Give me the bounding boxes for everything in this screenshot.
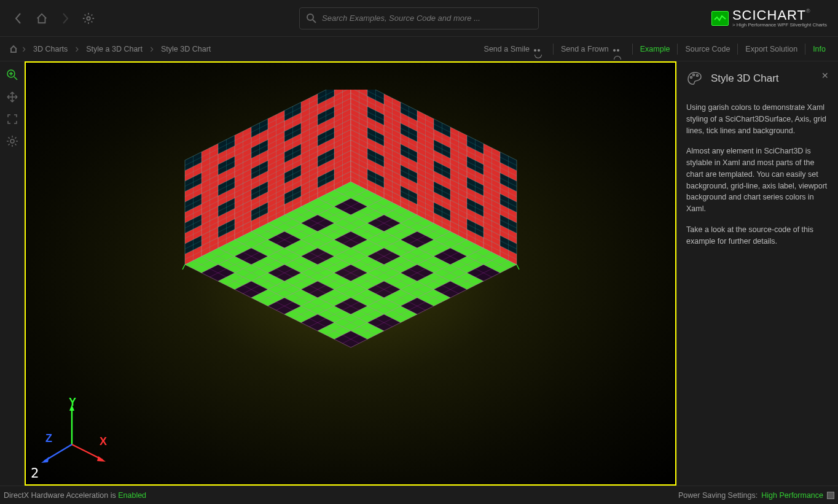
gear-icon[interactable] [82,12,95,25]
info-panel: Style 3D Chart ✕ Using garish colors to … [676,61,838,486]
svg-point-506 [693,74,695,76]
svg-point-1 [307,14,313,20]
chart-viewport[interactable]: Y X Z 2 [25,61,676,486]
gizmo-z-label: Z [45,432,52,445]
send-smile-button[interactable]: Send a Smile [479,45,550,53]
nav-icons [12,12,95,25]
home-icon[interactable] [36,12,48,25]
search-input[interactable] [322,14,532,23]
topbar: SCICHART® > High Performance WPF Silverl… [0,0,838,37]
brand-logo: SCICHART® > High Performance WPF Silverl… [711,9,827,28]
send-frown-button[interactable]: Send a Frown [556,45,630,53]
chevron-right-icon: › [22,42,26,55]
search-icon [306,13,317,24]
search-box[interactable] [299,7,539,29]
close-icon[interactable]: ✕ [821,71,829,80]
panel-p1: Using garish colors to demonstrate Xaml … [686,102,829,136]
svg-point-0 [87,17,90,20]
svg-marker-502 [97,456,106,462]
panel-p3: Take a look at the source-code of this e… [686,224,829,247]
home-small-icon[interactable] [7,43,20,55]
tab-example[interactable]: Example [635,45,675,53]
accel-state: Enabled [118,491,146,500]
tab-export-solution[interactable]: Export Solution [740,45,802,53]
logo-badge-icon [711,11,729,26]
back-icon[interactable] [12,12,25,25]
brand-name: SCICHART [732,7,806,23]
settings-tool-icon[interactable] [1,131,23,151]
forward-icon[interactable] [59,12,71,25]
fullscreen-tool-icon[interactable] [1,109,23,129]
breadcrumb-item-2[interactable]: Style 3D Chart [156,45,216,53]
svg-line-496 [182,265,185,269]
breadcrumb: › 3D Charts › Style a 3D Chart › Style 3… [7,42,479,55]
svg-point-3 [10,139,14,143]
power-state: High Performance [761,491,823,500]
chart-3d-cube [99,90,603,458]
gizmo-x-label: X [100,435,107,448]
tab-info[interactable]: Info [808,45,831,53]
panel-p2: Almost any element in SciChart3D is styl… [686,145,829,215]
accel-label: DirectX Hardware Acceleration is [4,491,118,500]
gizmo-y-label: Y [69,396,76,409]
power-toggle[interactable] [827,492,834,499]
navbar: › 3D Charts › Style a 3D Chart › Style 3… [0,37,838,61]
panel-body: Using garish colors to demonstrate Xaml … [686,102,829,247]
chevron-right-icon: › [150,42,154,55]
pan-tool-icon[interactable] [1,87,23,107]
power-label: Power Saving Settings: [678,491,758,500]
svg-line-497 [517,265,519,269]
statusbar: DirectX Hardware Acceleration is Enabled… [0,486,838,504]
navbar-right: Send a Smile Send a Frown Example Source… [479,44,831,55]
palette-icon [686,71,703,87]
breadcrumb-item-1[interactable]: Style a 3D Chart [81,45,147,53]
left-toolbar [0,61,25,486]
panel-title: Style 3D Chart [711,72,779,85]
main: Y X Z 2 Style 3D Chart ✕ Using garish co… [0,61,838,486]
axis-gizmo: Y X Z [38,398,112,466]
fps-counter: 2 [31,465,39,481]
svg-point-505 [691,77,692,79]
brand-tagline: > High Performance WPF Silverlight Chart… [732,22,827,28]
chevron-right-icon: › [75,42,79,55]
svg-marker-504 [41,457,49,463]
breadcrumb-item-0[interactable]: 3D Charts [28,45,72,53]
zoom-tool-icon[interactable] [1,65,23,85]
tab-source-code[interactable]: Source Code [680,45,735,53]
svg-point-507 [697,75,699,77]
